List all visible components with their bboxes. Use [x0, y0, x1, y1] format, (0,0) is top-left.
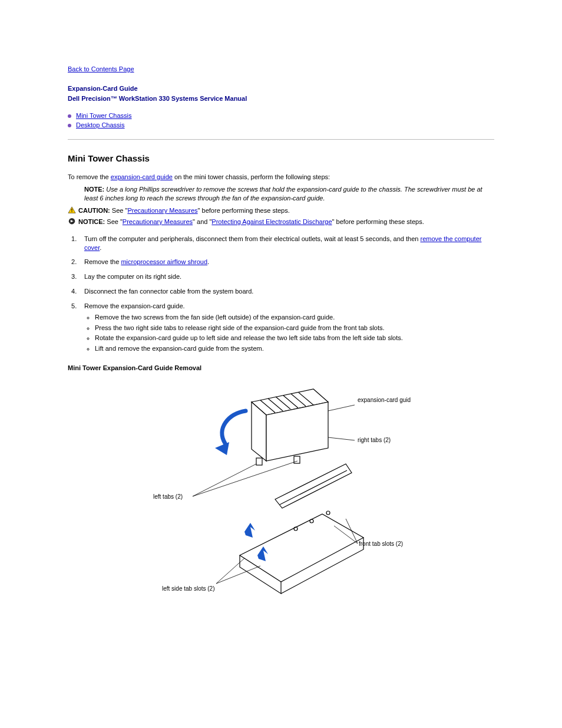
step-5c: Rotate the expansion-card guide up to le… [95, 334, 494, 342]
step-5d: Lift and remove the expansion-card guide… [95, 344, 494, 353]
label-guide: expansion-card guide [358, 397, 411, 403]
svg-rect-21 [256, 458, 262, 465]
notice-icon [68, 218, 76, 225]
label-left-tabs: left tabs (2) [153, 493, 183, 500]
precautionary-measures-link-2[interactable]: Precautionary Measures [123, 218, 193, 225]
svg-line-25 [328, 405, 355, 411]
figure: expansion-card guide right tabs (2) left… [68, 378, 494, 605]
esd-link[interactable]: Protecting Against Electrostatic Dischar… [211, 218, 332, 225]
toc-item: Desktop Chassis [68, 121, 494, 130]
divider [68, 139, 494, 140]
label-front-slots: front tab slots (2) [359, 541, 403, 547]
airflow-shroud-link[interactable]: microprocessor airflow shroud [121, 258, 207, 265]
notice-row: NOTICE: See "Precautionary Measures" and… [68, 218, 494, 226]
back-to-contents-link[interactable]: Back to Contents Page [68, 65, 134, 73]
bullet-icon [68, 114, 71, 118]
intro-text: To remove the expansion-card guide on th… [68, 173, 494, 182]
svg-line-26 [328, 437, 355, 440]
svg-line-32 [216, 566, 260, 584]
label-left-slots: left side tab slots (2) [162, 585, 214, 592]
expansion-card-guide-diagram: expansion-card guide right tabs (2) left… [151, 378, 411, 602]
label-right-tabs: right tabs (2) [358, 437, 391, 443]
svg-line-31 [216, 558, 244, 584]
page-title: Expansion-Card Guide [68, 84, 494, 93]
svg-marker-6 [240, 514, 363, 582]
toc-list: Mini Tower Chassis Desktop Chassis [68, 111, 494, 130]
step-3: Lay the computer on its right side. [68, 272, 494, 281]
section-heading: Mini Tower Chassis [68, 153, 494, 164]
step-5a: Remove the two screws from the fan side … [95, 313, 494, 322]
step-4: Disconnect the fan connector cable from … [68, 287, 494, 296]
steps-list: Turn off the computer and peripherals, d… [68, 235, 494, 353]
caution-icon [68, 206, 76, 214]
toc-link-desktop[interactable]: Desktop Chassis [76, 121, 125, 129]
expansion-card-guide-link[interactable]: expansion-card guide [111, 173, 173, 180]
svg-rect-2 [71, 211, 72, 212]
toc-link-minitower[interactable]: Mini Tower Chassis [76, 112, 132, 119]
bullet-icon [68, 124, 71, 127]
precautionary-measures-link[interactable]: Precautionary Measures [127, 207, 197, 214]
step-5b: Press the two right side tabs to release… [95, 324, 494, 332]
svg-line-27 [193, 464, 256, 496]
step-2: Remove the microprocessor airflow shroud… [68, 258, 494, 266]
figure-caption: Mini Tower Expansion-Card Guide Removal [68, 364, 494, 373]
step-1: Turn off the computer and peripherals, d… [68, 235, 494, 252]
note-paragraph: NOTE: Use a long Phillips screwdriver to… [84, 185, 494, 203]
svg-rect-22 [294, 456, 300, 463]
page-subtitle: Dell Precision™ WorkStation 330 Systems … [68, 94, 494, 103]
svg-point-11 [326, 511, 330, 515]
svg-rect-1 [71, 209, 72, 211]
toc-item: Mini Tower Chassis [68, 111, 494, 120]
svg-marker-5 [215, 442, 229, 455]
step-5: Remove the expansion-card guide. Remove … [68, 302, 494, 353]
svg-line-8 [280, 470, 347, 505]
caution-row: CAUTION: See "Precautionary Measures" be… [68, 206, 494, 215]
svg-line-28 [193, 461, 297, 496]
svg-marker-23 [244, 523, 255, 538]
